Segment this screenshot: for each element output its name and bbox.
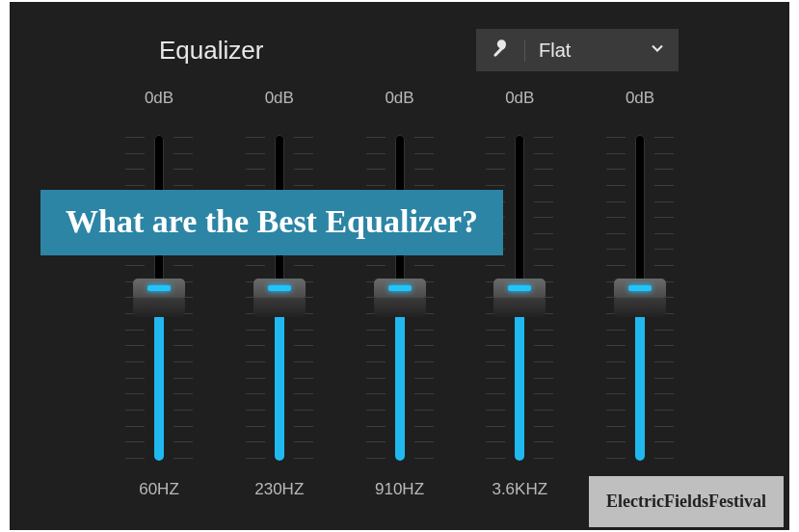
preset-selector[interactable]: Flat [476,29,679,71]
slider-fill [154,295,164,461]
db-label: 0dB [265,89,294,112]
slider-thumb[interactable] [374,279,426,317]
microphone-icon [492,39,511,62]
freq-label: 230HZ [254,480,304,503]
slider-fill [395,295,405,461]
eq-slider[interactable] [125,129,193,466]
db-label: 0dB [385,89,413,112]
eq-band: 0dB60HZ [101,89,217,503]
thumb-indicator-light [508,285,531,291]
overlay-heading: What are the Best Equalizer? [40,190,503,255]
slider-fill [515,295,524,461]
thumb-indicator-light [628,285,652,291]
slider-fill [275,295,284,461]
freq-label: 3.6KHZ [492,480,547,503]
slider-thumb[interactable] [253,279,306,317]
equalizer-panel: Equalizer Flat 0dB60HZ0dB230HZ0dB910HZ0d… [10,2,789,530]
header-row: Equalizer Flat [48,29,751,71]
freq-label: 60HZ [139,480,179,503]
chevron-down-icon [648,39,667,62]
eq-band: 0dB3.6KHZ [462,89,577,503]
overlay-brand: ElectricFieldsFestival [589,476,784,527]
thumb-indicator-light [388,285,412,291]
eq-slider[interactable] [606,129,674,466]
eq-slider[interactable] [366,129,434,466]
eq-band: 0dB910HZ [342,89,458,503]
db-label: 0dB [626,89,654,112]
thumb-indicator-light [268,285,291,291]
db-label: 0dB [145,89,173,112]
slider-fill [635,295,645,461]
eq-slider[interactable] [486,129,553,466]
eq-band: 0dB14KHZ [582,89,698,503]
eq-band: 0dB230HZ [222,89,337,503]
preset-label: Flat [524,40,634,62]
page-title: Equalizer [159,36,263,66]
bands-container: 0dB60HZ0dB230HZ0dB910HZ0dB3.6KHZ0dB14KHZ [48,89,751,503]
slider-thumb[interactable] [614,279,666,317]
freq-label: 910HZ [375,480,424,503]
eq-slider[interactable] [246,129,313,466]
slider-thumb[interactable] [133,279,185,317]
db-label: 0dB [505,89,534,112]
thumb-indicator-light [147,285,171,291]
slider-thumb[interactable] [493,279,546,317]
